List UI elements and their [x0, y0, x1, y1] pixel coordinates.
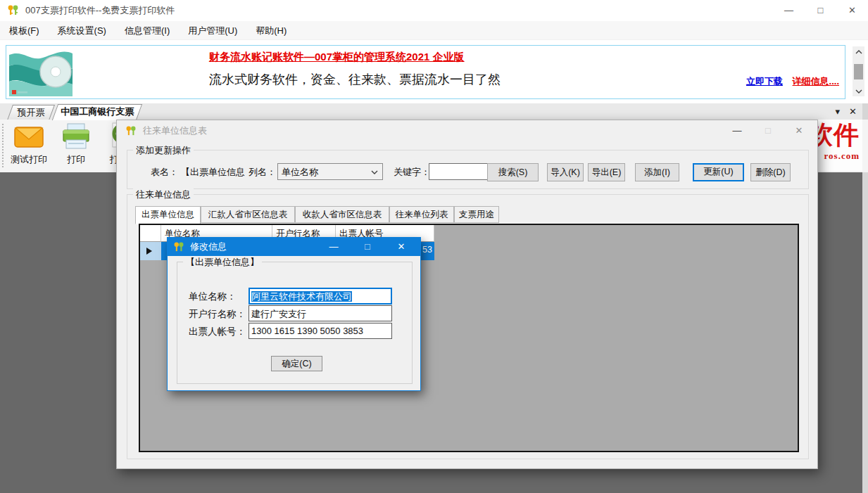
- tab-preprint[interactable]: 预开票: [7, 105, 55, 120]
- dialog-close-button[interactable]: ✕: [784, 120, 814, 141]
- table-name-value: 【出票单位信息: [181, 166, 245, 179]
- bank-name-label: 开户行名称：: [189, 308, 246, 321]
- grid-tab-payee-region[interactable]: 收款人省市区信息表: [295, 206, 389, 223]
- unit-name-selected-text: 阿里云软件技术有限公司: [251, 291, 352, 302]
- bank-name-input[interactable]: 建行广安支行: [249, 305, 392, 321]
- unit-name-input[interactable]: 阿里云软件技术有限公司: [249, 288, 392, 305]
- grid-tab-check-purpose[interactable]: 支票用途: [454, 206, 499, 223]
- dialog-maximize-button[interactable]: □: [753, 120, 784, 141]
- workspace-tabstrip: 预开票 中国工商银行支票 ▾ ✕: [0, 103, 868, 120]
- dialog-minimize-button[interactable]: —: [722, 120, 753, 141]
- app-close-button[interactable]: ✕: [836, 0, 868, 21]
- scroll-down-icon[interactable]: [853, 86, 864, 96]
- update-button[interactable]: 更新(U): [693, 163, 744, 181]
- menu-help[interactable]: 帮助(H): [246, 21, 296, 40]
- edit-dialog-keys-icon: [173, 242, 185, 252]
- ad-banner: 财务流水账记账软件—007掌柜的管理系统2021 企业版 流水式财务软件，资金、…: [6, 45, 845, 99]
- account-input[interactable]: 1300 1615 1390 5050 3853: [249, 323, 392, 339]
- banner-scrollbar[interactable]: [853, 46, 864, 96]
- row-arrow-icon: [146, 248, 152, 255]
- banner-subtitle: 流水式财务软件，资金、往来款、票据流水一目了然: [209, 71, 501, 88]
- edit-dialog-titlebar[interactable]: 修改信息 — □ ✕: [168, 238, 420, 256]
- unit-info-dialog-titlebar[interactable]: 往来单位信息表 — □ ✕: [117, 120, 817, 141]
- app-window-controls: — □ ✕: [773, 0, 868, 21]
- print-button[interactable]: 打印: [56, 122, 96, 169]
- unit-info-dialog-title: 往来单位信息表: [143, 124, 207, 137]
- scroll-up-icon[interactable]: [853, 46, 864, 57]
- add-button[interactable]: 添加(I): [635, 163, 679, 181]
- menu-info-management[interactable]: 信息管理(I): [115, 21, 179, 40]
- test-print-button[interactable]: 测试打印: [4, 122, 54, 169]
- grid-row-selector[interactable]: [140, 242, 161, 260]
- export-button[interactable]: 导出(E): [588, 163, 625, 181]
- units-group-label: 往来单位信息: [133, 188, 194, 201]
- search-button[interactable]: 搜索(S): [487, 163, 539, 181]
- grid-tab-unit-list[interactable]: 往来单位列表: [389, 206, 454, 223]
- edit-info-dialog: 修改信息 — □ ✕ 【出票单位信息】 单位名称： 阿里云软件技术有限公司 开户…: [167, 237, 421, 391]
- edit-maximize-button[interactable]: □: [357, 238, 378, 256]
- table-name-label: 表名：: [151, 166, 178, 179]
- menu-template[interactable]: 模板(F): [0, 21, 49, 40]
- import-button[interactable]: 导入(K): [547, 163, 584, 181]
- dialog-keys-icon: [125, 126, 137, 136]
- banner-headline-link[interactable]: 财务流水账记账软件—007掌柜的管理系统2021 企业版: [209, 51, 465, 64]
- app-titlebar: 007支票打印软件--免费支票打印软件 — □ ✕: [0, 0, 868, 21]
- app-title: 007支票打印软件--免费支票打印软件: [25, 4, 175, 17]
- tab-close-icon[interactable]: ✕: [849, 105, 857, 118]
- add-update-group-label: 添加更新操作: [133, 144, 194, 157]
- menu-user-management[interactable]: 用户管理(U): [179, 21, 246, 40]
- tab-dropdown-icon[interactable]: ▾: [835, 105, 840, 118]
- delete-button[interactable]: 删除(D): [750, 163, 791, 181]
- menubar: 模板(F) 系统设置(S) 信息管理(I) 用户管理(U) 帮助(H): [0, 21, 868, 40]
- app-maximize-button[interactable]: □: [805, 0, 836, 21]
- scrollbar-thumb[interactable]: [854, 64, 863, 79]
- tab-icbc-check[interactable]: 中国工商银行支票: [52, 104, 142, 120]
- unit-name-label: 单位名称：: [189, 290, 237, 303]
- grid-tab-remitter-region[interactable]: 汇款人省市区信息表: [201, 206, 295, 223]
- column-select[interactable]: 单位名称: [277, 163, 383, 180]
- ok-button[interactable]: 确定(C): [271, 356, 322, 371]
- edit-minimize-button[interactable]: —: [323, 238, 344, 256]
- issuer-info-group-label: 【出票单位信息】: [183, 256, 262, 269]
- chevron-down-icon: [371, 170, 378, 174]
- keyword-label: 关键字：: [394, 166, 430, 179]
- download-now-link[interactable]: 立即下载: [746, 76, 783, 87]
- printer-icon: [60, 122, 92, 152]
- screen: 007支票打印软件--免费支票打印软件 — □ ✕ 模板(F) 系统设置(S) …: [0, 0, 868, 493]
- app-minimize-button[interactable]: —: [773, 0, 805, 21]
- product-box-image: [9, 48, 73, 96]
- edit-dialog-title: 修改信息: [190, 241, 227, 253]
- envelope-icon: [13, 122, 45, 152]
- keyword-input[interactable]: [429, 163, 496, 180]
- details-link[interactable]: 详细信息....: [793, 76, 839, 87]
- grid-selector-header: [140, 225, 161, 242]
- column-select-value: 单位名称: [282, 166, 318, 179]
- add-update-group: 添加更新操作 表名： 【出票单位信息 列名： 单位名称 关键字： 搜索(S) 导…: [127, 150, 809, 189]
- grid-tab-issuer-info[interactable]: 出票单位信息: [135, 206, 201, 224]
- edit-close-button[interactable]: ✕: [391, 238, 412, 256]
- column-name-label: 列名：: [249, 166, 276, 179]
- banner-links: 立即下载 详细信息....: [746, 75, 839, 88]
- account-label: 出票人帐号：: [189, 326, 246, 338]
- menu-system-settings[interactable]: 系统设置(S): [49, 21, 115, 40]
- app-keys-icon: [7, 5, 20, 16]
